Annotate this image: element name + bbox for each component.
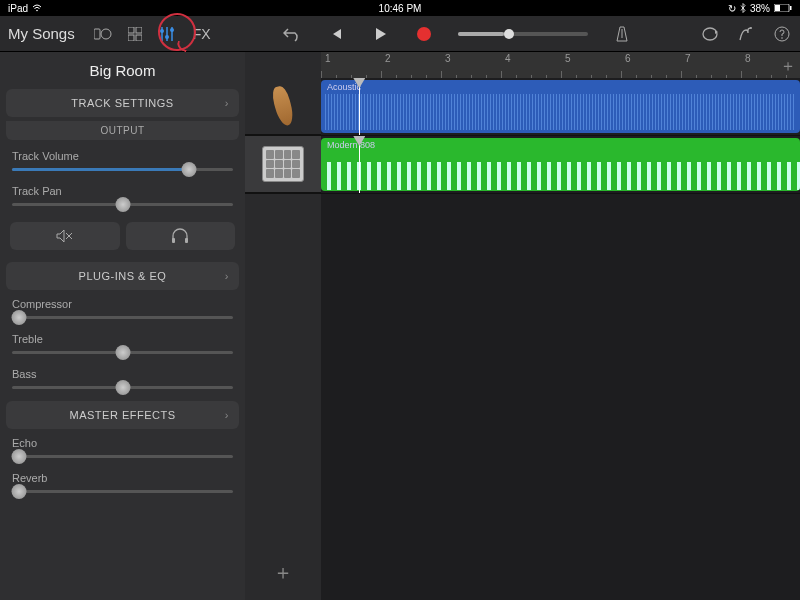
reverb-slider[interactable] — [12, 490, 233, 493]
plus-icon: ＋ — [273, 559, 293, 586]
mute-button[interactable] — [10, 222, 120, 250]
audio-clip-acoustic[interactable]: Acoustic — [321, 80, 800, 133]
svg-rect-2 — [775, 5, 780, 11]
battery-pct: 38% — [750, 3, 770, 14]
master-volume-slider[interactable] — [458, 32, 588, 36]
svg-rect-17 — [172, 238, 175, 243]
record-icon[interactable] — [414, 24, 434, 44]
rewind-icon[interactable] — [326, 24, 346, 44]
chevron-right-icon: › — [225, 97, 229, 109]
pan-label: Track Pan — [12, 185, 233, 197]
guitar-icon — [260, 83, 306, 129]
track-header-acoustic[interactable] — [245, 78, 321, 135]
track-header-modern808[interactable] — [245, 136, 321, 193]
track-settings-header[interactable]: TRACK SETTINGS › — [6, 89, 239, 117]
svg-rect-3 — [790, 6, 792, 10]
bass-label: Bass — [12, 368, 233, 380]
clock: 10:46 PM — [269, 3, 530, 14]
treble-label: Treble — [12, 333, 233, 345]
waveform — [325, 94, 796, 130]
settings-icon[interactable] — [736, 24, 756, 44]
svg-rect-7 — [136, 27, 142, 33]
reverb-label: Reverb — [12, 472, 233, 484]
ruler-spacer — [245, 52, 321, 78]
track-settings-panel: Big Room TRACK SETTINGS › OUTPUT Track V… — [0, 52, 245, 600]
add-track-button[interactable]: ＋ — [245, 194, 321, 600]
empty-lane — [321, 194, 800, 600]
svg-point-14 — [750, 27, 752, 29]
treble-slider[interactable] — [12, 351, 233, 354]
svg-point-12 — [170, 28, 174, 32]
undo-icon[interactable] — [282, 24, 302, 44]
echo-slider[interactable] — [12, 455, 233, 458]
echo-label: Echo — [12, 437, 233, 449]
timeline-ruler[interactable]: ＋ 12345678 — [321, 52, 800, 78]
svg-point-16 — [781, 37, 783, 39]
compressor-slider[interactable] — [12, 316, 233, 319]
playhead[interactable] — [359, 78, 360, 135]
svg-point-13 — [703, 28, 717, 40]
bass-slider[interactable] — [12, 386, 233, 389]
drum-machine-icon — [260, 141, 306, 187]
master-effects-header[interactable]: MASTER EFFECTS › — [6, 401, 239, 429]
svg-rect-8 — [128, 35, 134, 41]
svg-point-10 — [160, 29, 164, 33]
track-lane[interactable]: Modern 808 — [321, 136, 800, 193]
volume-label: Track Volume — [12, 150, 233, 162]
bluetooth-icon — [740, 3, 746, 13]
output-header: OUTPUT — [6, 121, 239, 140]
my-songs-button[interactable]: My Songs — [8, 25, 81, 42]
play-icon[interactable] — [370, 24, 390, 44]
fx-button[interactable]: FX — [189, 26, 215, 42]
metronome-icon[interactable] — [612, 24, 632, 44]
tracks-area: ＋ 12345678 Acoustic — [245, 52, 800, 600]
chevron-right-icon: › — [225, 409, 229, 421]
solo-button[interactable] — [126, 222, 236, 250]
track-lane[interactable]: Acoustic — [321, 78, 800, 135]
preset-name: Big Room — [0, 52, 245, 87]
add-section-icon[interactable]: ＋ — [780, 56, 796, 77]
battery-icon — [774, 4, 792, 12]
track-pan-slider[interactable] — [12, 203, 233, 206]
svg-rect-18 — [185, 238, 188, 243]
status-bar: iPad 10:46 PM ↻ 38% — [0, 0, 800, 16]
device-label: iPad — [8, 3, 28, 14]
audio-clip-modern808[interactable]: Modern 808 — [321, 138, 800, 191]
svg-point-5 — [101, 29, 111, 39]
svg-point-0 — [36, 10, 38, 12]
track-volume-slider[interactable] — [12, 168, 233, 171]
grid-view-icon[interactable] — [125, 24, 145, 44]
orientation-lock-icon: ↻ — [728, 3, 736, 14]
toolbar: My Songs FX — [0, 16, 800, 52]
loop-icon[interactable] — [700, 24, 720, 44]
wifi-icon — [32, 4, 42, 12]
plugins-header[interactable]: PLUG-INS & EQ › — [6, 262, 239, 290]
svg-rect-4 — [94, 29, 100, 39]
view-mode-icon[interactable] — [93, 24, 113, 44]
mute-icon — [56, 229, 74, 243]
headphones-icon — [171, 228, 189, 244]
chevron-right-icon: › — [225, 270, 229, 282]
playhead[interactable] — [359, 136, 360, 193]
svg-rect-6 — [128, 27, 134, 33]
svg-rect-9 — [136, 35, 142, 41]
midi-notes — [321, 162, 800, 190]
help-icon[interactable] — [772, 24, 792, 44]
svg-point-11 — [165, 35, 169, 39]
compressor-label: Compressor — [12, 298, 233, 310]
mixer-icon[interactable] — [157, 24, 177, 44]
